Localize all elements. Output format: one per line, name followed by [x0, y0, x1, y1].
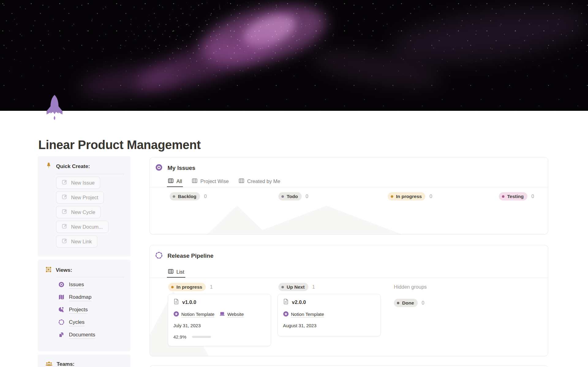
tab-list[interactable]: List	[167, 267, 185, 278]
status-label: In progress	[396, 194, 422, 199]
board-view-icon	[192, 178, 198, 185]
release-title: v2.0.0	[292, 299, 306, 305]
sidebar-item-issues[interactable]: Issues	[58, 280, 130, 290]
group-count: 0	[531, 194, 534, 199]
release-card-v2[interactable]: v2.0.0 Notion Template August 31, 2023	[277, 294, 381, 336]
release-card-v1[interactable]: v1.0.0 Notion Template	[168, 294, 271, 346]
status-label: In progress	[176, 284, 202, 290]
sidebar-item-roadmap[interactable]: Roadmap	[58, 293, 130, 302]
teams-heading: Teams:	[57, 361, 74, 367]
button-label: New Issue	[71, 180, 95, 186]
board-view-icon	[239, 178, 244, 185]
compose-icon	[62, 223, 68, 230]
status-dot	[173, 195, 175, 198]
next-section-card	[149, 365, 548, 367]
group-done[interactable]: Done 0	[394, 299, 424, 307]
new-issue-button[interactable]: New Issue	[56, 177, 100, 189]
button-label: New Project	[71, 195, 98, 200]
group-in-progress[interactable]: In progress 0	[388, 192, 432, 200]
views-callout: Views: Issues	[38, 260, 130, 351]
button-label: New Link	[71, 239, 92, 245]
view-tabs: All Project Wise Created by Me	[150, 176, 548, 187]
grid-icon	[45, 266, 52, 274]
starfield	[101, 0, 352, 104]
tab-all[interactable]: All	[167, 176, 183, 187]
group-backlog[interactable]: Backlog 0	[170, 192, 207, 200]
section-title: Release Pipeline	[168, 253, 213, 259]
progress-label: 42.9%	[173, 334, 187, 339]
dashed-circle-icon	[155, 251, 163, 260]
group-count: 0	[204, 194, 207, 199]
status-dot	[171, 286, 174, 288]
views-heading: Views:	[56, 267, 72, 273]
shapes-icon	[58, 306, 65, 314]
button-label: New Cycle	[71, 209, 95, 215]
page-title: Linear Product Management	[38, 138, 201, 152]
status-label: Testing	[507, 194, 524, 199]
dashed-circle-icon	[58, 319, 65, 327]
board-view-icon	[168, 178, 174, 185]
target-icon	[155, 163, 163, 173]
progress-bar	[192, 336, 211, 338]
tab-created-by-me[interactable]: Created by Me	[238, 176, 281, 187]
group-count: 0	[306, 194, 308, 199]
status-dot	[391, 195, 393, 198]
map-icon	[58, 294, 65, 301]
compose-icon	[62, 208, 68, 216]
release-pipeline-section: Release Pipeline List In progress 1 Up N…	[149, 245, 548, 356]
document-icon	[173, 298, 179, 306]
sidebar-item-documents[interactable]: Documents	[58, 330, 130, 340]
document-icon	[283, 298, 289, 306]
new-cycle-button[interactable]: New Cycle	[56, 206, 101, 218]
release-date: August 31, 2023	[283, 323, 316, 328]
sidebar-item-projects[interactable]: Projects	[58, 305, 130, 315]
status-label: Todo	[287, 194, 298, 199]
hidden-groups-label: Hidden groups	[394, 284, 427, 290]
group-todo[interactable]: Todo 0	[278, 192, 308, 200]
status-dot	[281, 195, 284, 198]
laptop-icon	[219, 311, 225, 318]
new-document-button[interactable]: New Docum...	[56, 221, 108, 233]
compose-icon	[62, 194, 68, 201]
link-label: Documents	[69, 332, 95, 339]
pushpin-icon	[45, 162, 52, 171]
tab-label: Project Wise	[200, 178, 229, 184]
group-count: 1	[312, 284, 315, 290]
website-link[interactable]: Website	[219, 311, 244, 318]
link-label: Roadmap	[69, 294, 92, 301]
quick-create-heading: Quick Create:	[56, 163, 90, 170]
divider	[56, 277, 124, 277]
link-label: Website	[227, 312, 244, 317]
sidebar-item-cycles[interactable]: Cycles	[58, 318, 130, 328]
button-label: New Docum...	[71, 224, 103, 230]
link-label: Issues	[69, 282, 84, 289]
group-testing[interactable]: Testing 0	[499, 192, 534, 200]
new-link-button[interactable]: New Link	[56, 235, 97, 248]
group-count: 1	[210, 284, 213, 290]
tab-label: List	[176, 269, 184, 275]
group-up-next[interactable]: Up Next 1	[278, 283, 315, 291]
teams-callout: Teams:	[38, 354, 130, 367]
release-title: v1.0.0	[182, 299, 196, 305]
group-in-progress[interactable]: In progress 1	[168, 283, 213, 291]
my-issues-section: My Issues All Project Wise Created by Me	[149, 157, 548, 234]
notion-template-link[interactable]: Notion Template	[173, 311, 214, 318]
tab-project-wise[interactable]: Project Wise	[191, 176, 230, 187]
decorative-triangle	[251, 205, 401, 234]
notion-template-link[interactable]: Notion Template	[283, 311, 324, 318]
view-tabs: List	[150, 267, 548, 278]
status-dot	[281, 286, 284, 288]
status-label: Up Next	[287, 284, 305, 290]
users-icon	[45, 361, 53, 367]
group-count: 0	[429, 194, 432, 199]
star-badge-icon	[173, 311, 179, 318]
target-icon	[58, 281, 65, 289]
link-label: Cycles	[69, 319, 85, 326]
star-badge-icon	[283, 311, 289, 318]
link-label: Notion Template	[181, 312, 214, 317]
new-project-button[interactable]: New Project	[56, 191, 104, 204]
cover-image[interactable]	[0, 0, 588, 111]
rocket-icon[interactable]	[45, 94, 64, 121]
link-label: Projects	[69, 307, 88, 314]
link-label: Notion Template	[291, 312, 324, 317]
